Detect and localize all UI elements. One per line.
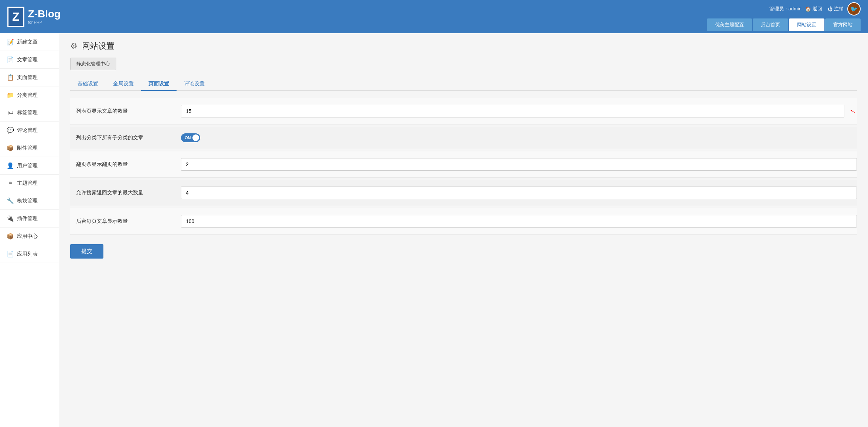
sidebar-item-page-manage[interactable]: 📋 页面管理 [0,69,59,86]
sidebar-item-label: 新建文章 [17,39,38,45]
form-label-page-count: 翻页条显示翻页的数量 [70,161,181,168]
form-row-page-count: 翻页条显示翻页的数量 [70,151,857,178]
nav-tab-official[interactable]: 官方网站 [825,18,861,31]
app-list-icon: 📄 [7,250,14,257]
app-center-icon: 📦 [7,233,14,240]
admin-label: 管理员：admin [769,6,802,12]
nav-tab-home[interactable]: 后台首页 [753,18,788,31]
gear-icon: ⚙ [70,41,78,51]
sub-tab-page[interactable]: 页面设置 [141,78,177,91]
logo-text-area: Z-Blog for PHP [28,9,61,24]
sub-tab-global[interactable]: 全局设置 [106,78,141,91]
module-manage-icon: 🔧 [7,197,14,204]
back-link[interactable]: 🏠 返回 [805,6,822,12]
sidebar-item-label: 应用列表 [17,251,38,257]
sidebar-item-label: 插件管理 [17,215,38,222]
sidebar-item-module-manage[interactable]: 🔧 模块管理 [0,192,59,210]
form-label-sub-category: 列出分类下所有子分类的文章 [70,134,181,141]
article-manage-icon: 📄 [7,56,14,63]
logo-z-letter: Z [12,10,20,24]
static-manage-button[interactable]: 静态化管理中心 [70,58,116,70]
form-section: 列表页显示文章的数量 ← 列出分类下所有子分类的文章 ON 翻页条显示翻 [70,98,857,235]
sidebar-item-label: 附件管理 [17,145,38,151]
sidebar-item-label: 页面管理 [17,74,38,81]
form-label-backend-count: 后台每页文章显示数量 [70,218,181,225]
red-arrow-annotation: ← [847,105,859,117]
toggle-knob [192,134,199,141]
sub-category-toggle[interactable]: ON [181,133,200,142]
sidebar-item-label: 标签管理 [17,109,38,116]
sidebar-item-user-manage[interactable]: 👤 用户管理 [0,157,59,175]
form-row-search-max: 允许搜索返回文章的最大数量 [70,180,857,206]
input-with-arrow: ← [181,105,857,117]
sidebar-item-label: 应用中心 [17,233,38,240]
admin-actions: 🏠 返回 ⏻ 注销 [805,6,844,12]
plugin-manage-icon: 🔌 [7,215,14,222]
sidebar-item-label: 主题管理 [17,180,38,187]
header: Z Z-Blog for PHP 管理员：admin 🏠 返回 ⏻ 注销 🐦 优… [0,0,868,33]
sidebar-item-article-manage[interactable]: 📄 文章管理 [0,51,59,69]
main-content: ⚙ 网站设置 静态化管理中心 基础设置 全局设置 页面设置 评论设置 列表页显示… [59,33,868,427]
page-count-input[interactable] [181,158,857,171]
layout: 📝 新建文章 📄 文章管理 📋 页面管理 📁 分类管理 🏷 标签管理 💬 评论管… [0,33,868,427]
sub-tab-basic[interactable]: 基础设置 [70,78,106,91]
form-label-article-count: 列表页显示文章的数量 [70,108,181,115]
sidebar-item-new-article[interactable]: 📝 新建文章 [0,33,59,51]
sidebar-item-label: 分类管理 [17,92,38,99]
attachment-manage-icon: 📦 [7,144,14,151]
user-manage-icon: 👤 [7,162,14,169]
nav-tabs: 优美主题配置 后台首页 网站设置 官方网站 [707,18,861,31]
admin-info: 管理员：admin 🏠 返回 ⏻ 注销 🐦 [769,2,861,16]
sidebar-item-tag-manage[interactable]: 🏷 标签管理 [0,104,59,122]
page-title: 网站设置 [82,41,115,52]
avatar: 🐦 [847,2,861,16]
toggle-on-label: ON [182,136,191,140]
sidebar-item-attachment-manage[interactable]: 📦 附件管理 [0,139,59,157]
sidebar-item-category-manage[interactable]: 📁 分类管理 [0,86,59,104]
sidebar-item-label: 用户管理 [17,163,38,169]
new-article-icon: 📝 [7,38,14,45]
form-row-sub-category: 列出分类下所有子分类的文章 ON [70,127,857,149]
sidebar-item-app-center[interactable]: 📦 应用中心 [0,228,59,245]
page-title-row: ⚙ 网站设置 [70,41,857,52]
form-row-article-count: 列表页显示文章的数量 ← [70,98,857,124]
sub-tab-comment[interactable]: 评论设置 [177,78,212,91]
tag-manage-icon: 🏷 [7,109,14,116]
logo-sub: for PHP [28,20,61,24]
submit-button[interactable]: 提交 [70,244,103,259]
sidebar-item-app-list[interactable]: 📄 应用列表 [0,245,59,263]
sidebar: 📝 新建文章 📄 文章管理 📋 页面管理 📁 分类管理 🏷 标签管理 💬 评论管… [0,33,59,427]
page-manage-icon: 📋 [7,74,14,81]
nav-tab-theme[interactable]: 优美主题配置 [707,18,752,31]
search-max-input[interactable] [181,187,857,199]
sidebar-item-theme-manage[interactable]: 🖥 主题管理 [0,175,59,192]
article-count-input[interactable] [181,105,844,117]
sidebar-item-label: 评论管理 [17,127,38,134]
form-row-backend-count: 后台每页文章显示数量 [70,208,857,235]
logo-area: Z Z-Blog for PHP [7,7,61,27]
sidebar-item-comment-manage[interactable]: 💬 评论管理 [0,122,59,139]
sidebar-item-plugin-manage[interactable]: 🔌 插件管理 [0,210,59,228]
logo-box: Z [7,7,24,27]
comment-manage-icon: 💬 [7,127,14,134]
logo-name: Z-Blog [28,9,61,19]
backend-count-input[interactable] [181,215,857,228]
form-label-search-max: 允许搜索返回文章的最大数量 [70,189,181,196]
header-right: 管理员：admin 🏠 返回 ⏻ 注销 🐦 优美主题配置 后台首页 网站设置 官… [707,2,861,31]
sub-tabs: 基础设置 全局设置 页面设置 评论设置 [70,78,857,91]
sidebar-item-label: 文章管理 [17,57,38,63]
category-manage-icon: 📁 [7,92,14,99]
logout-link[interactable]: ⏻ 注销 [828,6,844,12]
theme-manage-icon: 🖥 [7,180,14,187]
nav-tab-settings[interactable]: 网站设置 [789,18,824,31]
toggle-container: ON [181,133,200,142]
sidebar-item-label: 模块管理 [17,198,38,204]
